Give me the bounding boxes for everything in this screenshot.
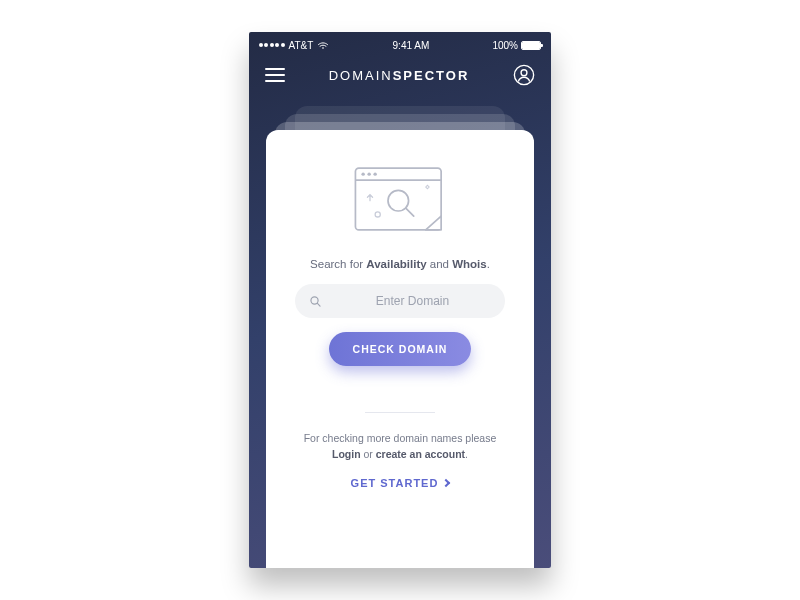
signal-dots-icon	[259, 43, 285, 47]
title-bold: SPECTOR	[393, 68, 470, 83]
chevron-right-icon	[442, 478, 450, 486]
status-left: AT&T	[259, 40, 329, 51]
battery-percent: 100%	[492, 40, 518, 51]
svg-point-5	[367, 172, 370, 175]
svg-point-6	[373, 172, 376, 175]
svg-point-10	[311, 296, 318, 303]
footer-text: For checking more domain names please Lo…	[304, 431, 497, 463]
svg-point-1	[521, 70, 527, 76]
browser-search-illustration-icon	[340, 156, 460, 242]
carrier-label: AT&T	[289, 40, 314, 51]
title-thin: DOMAIN	[329, 68, 393, 83]
cards-stack: Search for Availability and Whois. CHECK…	[249, 106, 551, 568]
domain-input[interactable]	[334, 294, 491, 308]
wifi-icon	[317, 41, 329, 50]
phone-frame: AT&T 9:41 AM 100% DOMAINSPECTOR	[249, 32, 551, 568]
menu-icon[interactable]	[265, 68, 285, 82]
status-right: 100%	[492, 40, 541, 51]
divider	[365, 412, 435, 413]
svg-point-4	[361, 172, 364, 175]
app-title: DOMAINSPECTOR	[329, 68, 470, 83]
svg-point-9	[375, 212, 380, 217]
check-domain-button[interactable]: CHECK DOMAIN	[329, 332, 472, 366]
battery-icon	[521, 41, 541, 50]
domain-search-box[interactable]	[295, 284, 505, 318]
svg-line-11	[317, 303, 320, 306]
app-header: DOMAINSPECTOR	[249, 54, 551, 100]
tagline: Search for Availability and Whois.	[310, 258, 490, 270]
status-bar: AT&T 9:41 AM 100%	[249, 36, 551, 54]
main-card: Search for Availability and Whois. CHECK…	[266, 130, 534, 568]
profile-icon[interactable]	[513, 64, 535, 86]
search-icon	[309, 295, 322, 308]
svg-rect-2	[355, 168, 441, 230]
status-time: 9:41 AM	[393, 40, 430, 51]
svg-line-8	[406, 208, 414, 216]
get-started-button[interactable]: GET STARTED	[351, 477, 450, 489]
